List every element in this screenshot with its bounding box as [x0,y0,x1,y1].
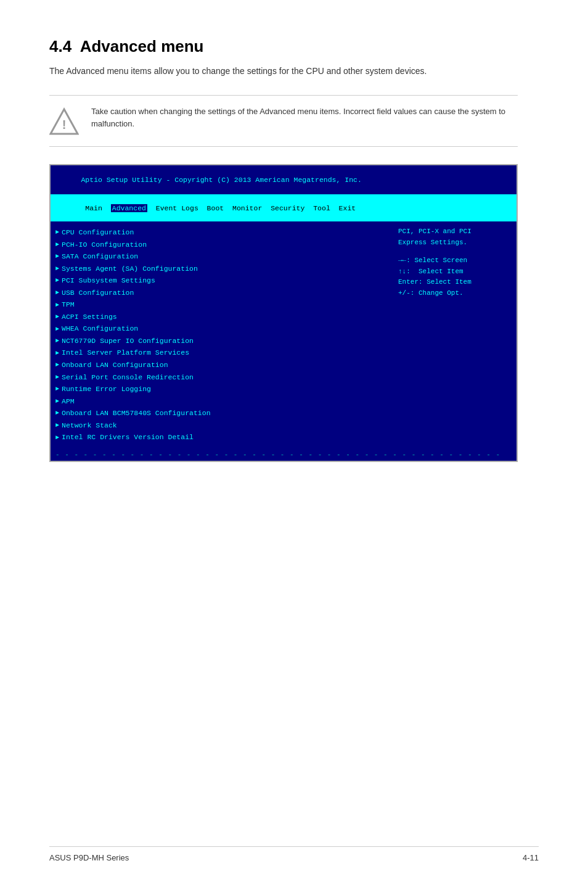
item-label: CPU Configuration [62,226,134,239]
menu-item-acpi[interactable]: ► ACPI Settings [55,311,388,323]
bios-menubar: Main Advanced Event Logs Boot Monitor Se… [51,195,517,221]
menu-advanced[interactable]: Advanced [111,204,147,212]
item-label: USB Configuration [62,287,134,299]
menu-item-sata[interactable]: ► SATA Configuration [55,250,388,263]
arrow-icon: ► [55,348,59,358]
bios-key-select-item: ↑↓: Select Item [398,266,512,278]
menu-monitor[interactable]: Monitor [232,204,262,212]
menu-item-runtime-error[interactable]: ► Runtime Error Logging [55,383,388,395]
caution-icon: ! [49,107,79,136]
menu-boot[interactable]: Boot [207,204,224,212]
item-label: PCH-IO Configuration [62,239,147,251]
arrow-icon: ► [55,227,59,237]
item-label: APM [62,395,75,408]
item-label: PCI Subsystem Settings [62,274,155,287]
menu-item-onboard-lan[interactable]: ► Onboard LAN Configuration [55,359,388,371]
arrow-icon: ► [55,372,59,382]
arrow-icon: ► [55,432,59,443]
menu-main[interactable]: Main [85,204,102,212]
menu-item-intel-rc[interactable]: ► Intel RC Drivers Version Detail [55,431,388,444]
arrow-icon: ► [55,239,59,250]
caution-text: Take caution when changing the settings … [91,105,518,130]
arrow-icon: ► [55,251,59,262]
arrow-icon: ► [55,263,59,274]
menu-item-nct6779d[interactable]: ► NCT6779D Super IO Configuration [55,335,388,347]
bios-header: Aptio Setup Utility - Copyright (C) 2013… [51,165,517,195]
footer-brand: ASUS P9D-MH Series [49,853,129,862]
item-label: Intel RC Drivers Version Detail [62,431,194,444]
bios-header-text: Aptio Setup Utility - Copyright (C) 2013… [81,176,361,184]
bios-help-top: PCI, PCI-X and PCIExpress Settings. [398,226,512,248]
menu-item-serial-port[interactable]: ► Serial Port Console Redirection [55,371,388,384]
arrow-icon: ► [55,396,59,406]
caution-box: ! Take caution when changing the setting… [49,95,518,147]
svg-text:!: ! [62,118,67,131]
section-heading: 4.4 Advanced menu [49,37,539,56]
arrow-icon: ► [55,420,59,431]
bios-key-change: +/-: Change Opt. [398,288,512,299]
footer-page: 4-11 [523,853,539,862]
bios-help-keys: →←: Select Screen ↑↓: Select Item Enter:… [398,248,512,299]
item-label: WHEA Configuration [62,323,138,335]
arrow-icon: ► [55,287,59,298]
bios-screen: Aptio Setup Utility - Copyright (C) 2013… [49,164,518,462]
section-description: The Advanced menu items allow you to cha… [49,65,493,78]
menu-item-usb[interactable]: ► USB Configuration [55,287,388,299]
bios-key-enter: Enter: Select Item [398,277,512,288]
page-container: 4.4 Advanced menu The Advanced menu item… [0,0,588,499]
menu-item-pci-subsystem[interactable]: ► PCI Subsystem Settings [55,274,388,287]
arrow-icon: ► [55,300,59,310]
page-footer: ASUS P9D-MH Series 4-11 [49,846,539,862]
item-label: SATA Configuration [62,250,138,263]
menu-exit[interactable]: Exit [339,204,356,212]
menu-item-pch-io[interactable]: ► PCH-IO Configuration [55,239,388,251]
bios-left-panel: ► CPU Configuration ► PCH-IO Configurati… [51,226,393,444]
arrow-icon: ► [55,324,59,334]
item-label: Onboard LAN BCM57840S Configuration [62,407,211,419]
item-label: Runtime Error Logging [62,383,151,395]
arrow-icon: ► [55,408,59,418]
arrow-icon: ► [55,360,59,370]
menu-item-network-stack[interactable]: ► Network Stack [55,419,388,432]
item-label: Intel Server Platform Services [62,347,189,359]
item-label: Network Stack [62,419,117,432]
item-label: TPM [62,299,75,311]
bios-right-panel: PCI, PCI-X and PCIExpress Settings. →←: … [393,226,517,444]
bios-content: ► CPU Configuration ► PCH-IO Configurati… [51,221,517,448]
menu-item-systems-agent[interactable]: ► Systems Agent (SA) Configuration [55,263,388,275]
menu-item-cpu-configuration[interactable]: ► CPU Configuration [55,226,388,239]
item-label: Serial Port Console Redirection [62,371,194,384]
item-label: NCT6779D Super IO Configuration [62,335,194,347]
menu-item-intel-server[interactable]: ► Intel Server Platform Services [55,347,388,359]
arrow-icon: ► [55,336,59,346]
menu-item-tpm[interactable]: ► TPM [55,299,388,311]
menu-item-apm[interactable]: ► APM [55,395,388,408]
item-label: ACPI Settings [62,311,117,323]
arrow-icon: ► [55,384,59,394]
menu-tool[interactable]: Tool [313,204,330,212]
menu-eventlogs[interactable]: Event Logs [156,204,198,212]
arrow-icon: ► [55,275,59,286]
menu-security[interactable]: Security [271,204,304,212]
bios-bottom-dashes: - - - - - - - - - - - - - - - - - - - - … [51,448,517,461]
item-label: Systems Agent (SA) Configuration [62,263,198,275]
item-label: Onboard LAN Configuration [62,359,168,371]
section-number: 4.4 [49,37,71,56]
arrow-icon: ► [55,311,59,322]
section-title: Advanced menu [80,37,204,56]
menu-item-onboard-bcm[interactable]: ► Onboard LAN BCM57840S Configuration [55,407,388,419]
menu-item-whea[interactable]: ► WHEA Configuration [55,323,388,335]
bios-key-select-screen: →←: Select Screen [398,255,512,266]
